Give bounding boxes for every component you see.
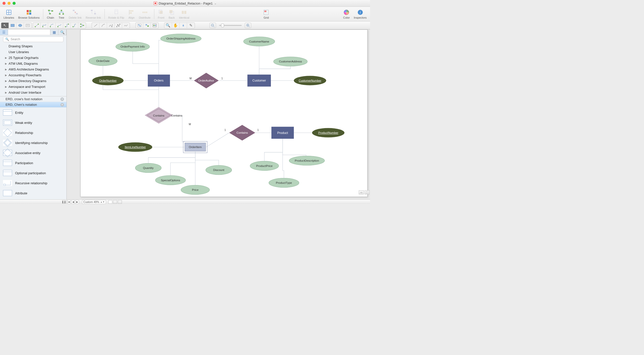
sidebar-mode-tree[interactable]: ☰ [0,29,8,35]
grid-button[interactable]: Grid [261,9,271,19]
page-tab-3[interactable] [118,200,122,204]
connector-arc[interactable] [48,23,56,28]
attr-productdescription[interactable]: ProductDescription [289,156,325,165]
ungroup-tool[interactable] [143,23,151,28]
canvas-area[interactable]: M 1 1 M [67,29,370,199]
attr-ordernumber[interactable]: OrderNumber [92,76,123,85]
library-category[interactable]: ▶Aerospace and Transport [0,84,66,90]
spline-tool[interactable] [107,23,115,28]
stencil-item[interactable]: Participation [0,158,66,168]
attr-orderdate[interactable]: OrderDate [89,56,117,66]
sidebar-mode-grid[interactable]: ▦ [50,29,58,35]
prev-page[interactable]: ◀ [71,200,75,204]
window-maximize[interactable] [13,2,16,5]
stencil-item[interactable]: Weak entity [0,118,66,128]
document-title[interactable]: Diagrama_Entidad_Relacion - Page1 ⌄ [154,2,217,5]
attr-price[interactable]: Price [181,185,210,194]
attr-itemlinenumber[interactable]: ItemLineNumber [118,143,152,152]
stencil-item[interactable]: Optional participation [0,168,66,178]
library-search[interactable]: 🔍 Search [3,37,63,42]
poly-tool[interactable] [115,23,122,28]
window-minimize[interactable] [8,2,11,5]
pan-tool[interactable]: ✋ [172,23,180,28]
stencil-item[interactable]: Entity [0,108,66,118]
rel-orderauthor[interactable]: OrderAuthor [194,73,219,88]
line-tool[interactable] [92,23,99,28]
stencil-tab-crowfoot[interactable]: ERD, crow's foot notation ✕ [0,96,66,102]
entity-customer[interactable]: Customer [247,75,271,87]
attr-discount[interactable]: Discount [206,165,232,175]
library-category[interactable]: ▶Android User Interface [0,90,66,95]
first-page[interactable]: ⏮ [67,200,71,204]
browse-solutions-button[interactable]: Browse Solutions [16,9,42,19]
stencil-tab-chen[interactable]: ERD, Chen's notation ✕ [0,102,66,108]
next-page[interactable]: ▶ [75,200,79,204]
ellipse-tool[interactable] [16,23,24,28]
chain-button[interactable]: Chain [45,9,56,19]
group-tool[interactable] [136,23,143,28]
er-diagram[interactable]: M 1 1 M [81,30,367,197]
close-icon[interactable]: ✕ [60,103,64,106]
connector-bezier[interactable] [56,23,63,28]
entity-orders[interactable]: Orders [148,75,170,87]
attr-customername[interactable]: CustomerName [243,37,275,46]
entity-product[interactable]: Product [271,127,294,139]
connector-round[interactable] [71,23,78,28]
inspectors-button[interactable]: i Inspectors [352,9,369,19]
zoom-slider[interactable] [219,25,242,26]
library-category[interactable]: ▶25 Typical Orgcharts [0,55,66,61]
stencil-item[interactable]: Recursive relationship [0,178,66,188]
library-category[interactable]: ▶ATM UML Diagrams [0,61,66,66]
attr-producttype[interactable]: ProductType [269,178,299,187]
library-category[interactable]: Drawing Shapes [0,43,66,49]
attr-quantity[interactable]: Quantity [135,163,161,172]
library-category[interactable]: ▶AWS Architecture Diagrams [0,66,66,72]
presentation-mode[interactable]: ▭ [359,190,364,194]
library-category[interactable]: User Libraries [0,49,66,55]
page-tab-2[interactable] [113,200,117,204]
tree-button[interactable]: Tree [56,9,67,19]
arc-tool[interactable] [99,23,107,28]
zoom-out[interactable] [209,23,216,28]
library-category-list[interactable]: Drawing ShapesUser Libraries▶25 Typical … [0,43,66,96]
window-close[interactable] [3,2,6,5]
container-tool[interactable] [151,23,158,28]
color-button[interactable]: Color [341,9,352,19]
fullscreen[interactable]: ⛶ [365,190,370,194]
connector-multi[interactable] [78,23,86,28]
entity-orderitem[interactable]: OrderItem [183,141,207,153]
text-tool[interactable] [24,23,31,28]
pencil-tool[interactable]: ✎ [187,23,195,28]
zoom-combo[interactable]: Custom 49%▲▼ [82,200,106,204]
rel-contains-product[interactable]: Contains [229,125,255,140]
connector-l[interactable] [41,23,48,28]
page-tab-1[interactable] [108,200,112,204]
attr-productnumber[interactable]: ProductNumber [312,128,344,137]
connector-smart[interactable] [63,23,71,28]
zoom-tool[interactable]: 🔍 [164,23,172,28]
libraries-button[interactable]: Libraries [2,9,16,19]
stencil-item[interactable]: Relationship [0,128,66,138]
connector-direct[interactable] [33,23,41,28]
drop-tool[interactable] [180,23,187,28]
stencil-item[interactable]: Identifying relationship [0,138,66,148]
library-category[interactable]: ▶Accounting Flowcharts [0,72,66,78]
selection-tool[interactable]: ↖ [1,23,9,28]
rect-tool[interactable] [9,23,16,28]
attr-ordershipping[interactable]: OrderShippingAddress [161,34,201,43]
pause-icon[interactable]: ❚❚ [62,200,66,204]
drawing-page[interactable]: M 1 1 M [80,29,368,197]
close-icon[interactable]: ✕ [60,97,64,101]
attr-productprice[interactable]: ProductPrice [250,161,279,170]
attr-orderpayment[interactable]: OrderPayment Info [116,42,150,51]
sidebar-mode-search[interactable]: 🔍 [58,29,66,35]
rel-contains-orders[interactable]: Contains Contains [145,107,183,124]
attr-customeraddress[interactable]: CustomerAddress [273,57,307,66]
stencil-item[interactable]: Associative entity [0,148,66,158]
attr-specialoptions[interactable]: SpecialOptions [155,175,186,185]
freehand-tool[interactable] [122,23,130,28]
library-category[interactable]: ▶Active Directory Diagrams [0,78,66,84]
attr-customernumber[interactable]: CustomerNumber [294,76,326,85]
stencil-item[interactable]: Attribute [0,188,66,198]
zoom-in[interactable] [245,23,251,28]
